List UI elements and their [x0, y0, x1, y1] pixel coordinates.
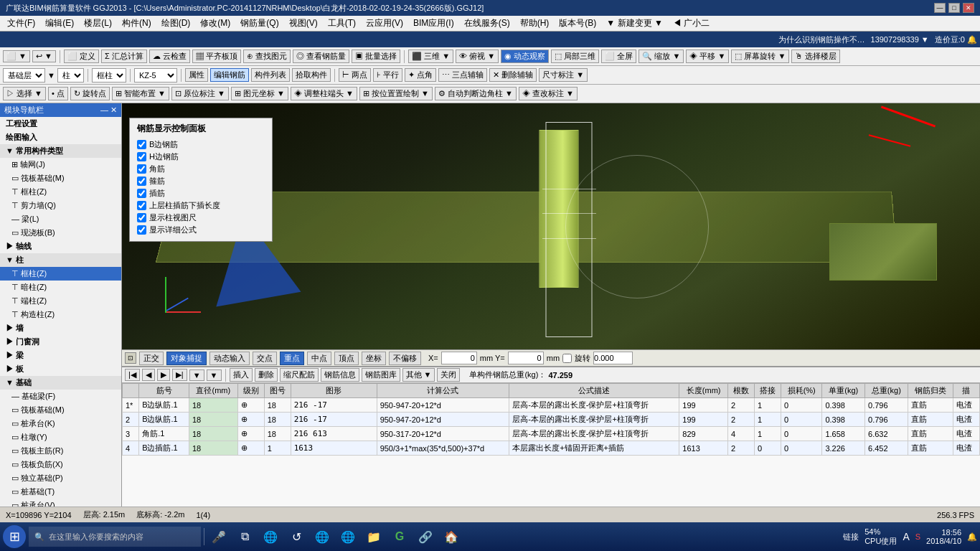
menu-floor[interactable]: 楼层(L)	[80, 16, 116, 31]
table-cell[interactable]: 0	[781, 441, 821, 456]
nav-next-btn[interactable]: ▶	[157, 369, 170, 381]
smart-layout-btn[interactable]: ⊞ 智能布置 ▼	[112, 87, 169, 100]
subtype-select[interactable]: 框柱	[92, 68, 126, 83]
taskbar-voice[interactable]: 🎤	[207, 525, 230, 548]
nav-cast-slab[interactable]: ▭ 现浇板(B)	[0, 226, 121, 240]
auto-judge-btn[interactable]: ⚙ 自动判断边角柱 ▼	[435, 87, 517, 100]
parallel-button[interactable]: ⊦ 平行	[373, 68, 402, 82]
menu-gxe[interactable]: ◀ 广小二	[669, 16, 714, 31]
close-button[interactable]: ✕	[963, 3, 974, 13]
fullscreen-button[interactable]: ⬜ 全屏	[601, 50, 636, 63]
rebar-opt-h-edge[interactable]: H边钢筋	[137, 151, 265, 162]
table-cell[interactable]: 0	[781, 427, 821, 441]
table-cell[interactable]: ⊕	[237, 398, 264, 413]
define-button[interactable]: ⬜ 定义	[64, 50, 99, 63]
table-cell[interactable]: 电渣	[953, 413, 979, 427]
table-cell[interactable]: 199	[679, 398, 728, 413]
3d-button[interactable]: ⬛ 三维 ▼	[408, 50, 453, 63]
table-cell[interactable]: 直筋	[908, 441, 953, 456]
screen-rotate-button[interactable]: ⬚ 屏幕旋转 ▼	[731, 50, 789, 63]
nav-isolated-fnd[interactable]: ▭ 独立基础(P)	[0, 471, 121, 485]
table-cell[interactable]: 18	[189, 413, 238, 427]
taskbar-g[interactable]: G	[388, 525, 411, 548]
type-select[interactable]: 柱	[57, 68, 84, 83]
vertex-btn[interactable]: 顶点	[334, 352, 359, 365]
component-list-button[interactable]: 构件列表	[251, 68, 290, 82]
table-cell[interactable]: 直筋	[908, 398, 953, 413]
menu-online-service[interactable]: 在线服务(S)	[460, 16, 514, 31]
rotate-point-btn[interactable]: ↻ 旋转点	[70, 87, 110, 100]
table-cell[interactable]: 18	[189, 398, 238, 413]
rotate-input[interactable]	[593, 352, 633, 364]
taskbar-ie1[interactable]: 🌐	[259, 525, 282, 548]
dim-button[interactable]: 尺寸标注 ▼	[539, 68, 588, 82]
orthogonal-btn[interactable]: 正交	[139, 352, 164, 365]
minimize-button[interactable]: —	[934, 3, 946, 13]
nav-axis[interactable]: ⊞ 轴网(J)	[0, 158, 121, 171]
nav-down2-btn[interactable]: ▼	[207, 369, 222, 381]
new-button[interactable]: ⬜ ▼	[3, 50, 30, 62]
menu-modify[interactable]: 修改(M)	[196, 16, 235, 31]
table-cell[interactable]: 199	[679, 413, 728, 427]
table-cell[interactable]: 层高-本层的露出长度-保护层+柱顶弯折	[509, 427, 679, 441]
table-cell[interactable]: ⊕	[237, 427, 264, 441]
taskbar-ie2[interactable]: 🌐	[311, 525, 334, 548]
nav-fnd-beam[interactable]: — 基础梁(F)	[0, 390, 121, 403]
table-cell[interactable]: 0.796	[865, 413, 908, 427]
taskbar-home[interactable]: 🏠	[440, 525, 463, 548]
nav-col-pier[interactable]: ▭ 柱墩(Y)	[0, 430, 121, 444]
table-cell[interactable]: 电渣	[953, 427, 979, 441]
table-cell[interactable]: 18	[189, 441, 238, 456]
table-cell[interactable]: 4	[123, 441, 139, 456]
table-cell[interactable]: 18	[264, 398, 291, 413]
table-cell[interactable]: 1.658	[822, 427, 865, 441]
table-cell[interactable]: 950-947-20+12*d	[377, 398, 509, 413]
calc-button[interactable]: Σ 汇总计算	[101, 50, 147, 63]
nav-shear-wall[interactable]: ⊤ 剪力墙(Q)	[0, 199, 121, 212]
midpt-btn[interactable]: 中点	[307, 352, 331, 365]
table-cell[interactable]: 0.398	[822, 398, 865, 413]
no-offset-btn[interactable]: 不偏移	[389, 352, 421, 365]
table-cell[interactable]: 1*	[123, 398, 139, 413]
rebar-opt-stirrup[interactable]: 箍筋	[137, 176, 265, 187]
nav-axis-line[interactable]: ▶ 轴线	[0, 240, 121, 253]
nav-beam2[interactable]: ▶ 梁	[0, 349, 121, 362]
nav-pile-fnd[interactable]: ▭ 桩基础(T)	[0, 485, 121, 499]
taskbar-folder[interactable]: 📁	[362, 525, 385, 548]
menu-draw[interactable]: 绘图(D)	[157, 16, 195, 31]
other-btn[interactable]: 其他 ▼	[402, 368, 435, 382]
table-cell[interactable]: 层高-本层的露出长度-保护层+柱顶弯折	[509, 413, 679, 427]
table-cell[interactable]: 0	[754, 441, 781, 456]
table-cell[interactable]: 950/3+1*max(35*d,500)+37*d	[377, 441, 509, 456]
table-cell[interactable]: 6.632	[865, 427, 908, 441]
select-btn[interactable]: ▷ 选择 ▼	[3, 87, 46, 100]
table-cell[interactable]: ⊕	[237, 441, 264, 456]
nav-raft[interactable]: ▭ 筏板基础(M)	[0, 171, 121, 185]
table-cell[interactable]: 电渣	[953, 441, 979, 456]
top-view-button[interactable]: 👁 俯视 ▼	[456, 50, 499, 63]
dynamic-input-btn[interactable]: 动态输入	[209, 352, 250, 365]
table-cell[interactable]: B边纵筋.1	[139, 398, 189, 413]
object-snap-btn[interactable]: 对象捕捉	[166, 352, 207, 365]
notifications-icon[interactable]: 🔔	[967, 532, 977, 542]
table-cell[interactable]: 216 -17	[291, 398, 377, 413]
table-cell[interactable]: B边插筋.1	[139, 441, 189, 456]
table-cell[interactable]: 0	[781, 413, 821, 427]
table-cell[interactable]: 6.452	[865, 441, 908, 456]
rebar-opt-show-dim[interactable]: 显示柱视图尺	[137, 212, 265, 223]
nav-raft-main[interactable]: ▭ 筏板主筋(R)	[0, 444, 121, 458]
edit-rebar-button[interactable]: 编辑钢筋	[210, 68, 249, 82]
rebar-lib-btn[interactable]: 钢筋图库	[362, 368, 400, 382]
zoom-button[interactable]: 🔍 缩放 ▼	[639, 50, 684, 63]
rebar-info-btn[interactable]: 钢筋信息	[321, 368, 359, 382]
rebar-opt-detail-formula[interactable]: 显示详细公式	[137, 225, 265, 235]
coord-btn[interactable]: 坐标	[362, 352, 386, 365]
in-situ-label-btn[interactable]: ⊡ 原位标注 ▼	[171, 87, 229, 100]
nav-end-col[interactable]: ⊤ 端柱(Z)	[0, 294, 121, 308]
table-cell[interactable]: 2	[727, 413, 754, 427]
intersection-btn[interactable]: 交点	[253, 352, 277, 365]
select-floor-button[interactable]: 🖱 选择楼层	[791, 50, 840, 63]
table-cell[interactable]: 3	[123, 427, 139, 441]
three-point-button[interactable]: ⋯ 三点辅轴	[438, 68, 487, 82]
table-cell[interactable]: B边纵筋.1	[139, 413, 189, 427]
